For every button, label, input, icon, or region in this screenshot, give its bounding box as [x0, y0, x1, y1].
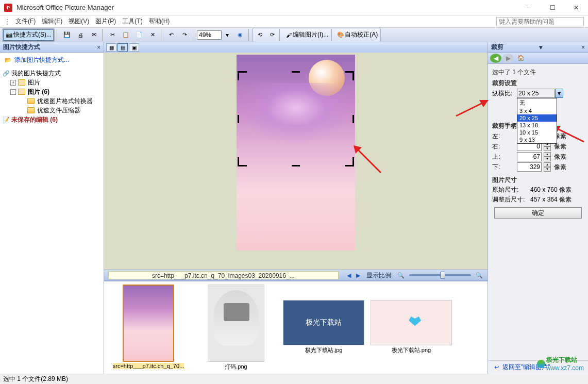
- copy-button[interactable]: 📋: [120, 29, 132, 41]
- back-link-label: 返回至"编辑图片": [502, 363, 550, 372]
- crop-bottom-spinner[interactable]: ▲▼: [544, 162, 551, 172]
- help-button[interactable]: ◉: [234, 29, 246, 41]
- view-single-button[interactable]: ▣: [129, 43, 139, 52]
- collapse-icon[interactable]: −: [10, 89, 16, 95]
- rotate-right-button[interactable]: ⟳: [266, 29, 278, 41]
- crop-handle-bl[interactable]: [238, 157, 247, 166]
- aspect-option[interactable]: 3 x 4: [517, 107, 557, 114]
- nav-home-button[interactable]: 🏠: [515, 53, 527, 64]
- menu-picture[interactable]: 图片(P): [92, 15, 119, 27]
- crop-handle-top[interactable]: [292, 71, 300, 73]
- print-button[interactable]: 🖨: [74, 29, 87, 41]
- toolbar: 📷 快捷方式(S)... 💾 🖨 ✉ ✂ 📋 📄 ✕ ↶ ↷ ▾ ◉ ⟲ ⟳ 🖌…: [0, 28, 588, 42]
- crop-top-spinner[interactable]: ▲▼: [544, 152, 551, 161]
- shortcut-panel-title: 图片快捷方式: [3, 43, 40, 52]
- crop-top-input[interactable]: [517, 152, 542, 161]
- crop-panel-close-button[interactable]: ×: [581, 44, 585, 51]
- tree-root-label: 我的图片快捷方式: [11, 69, 61, 78]
- cut-button[interactable]: ✂: [106, 29, 119, 41]
- zoom-dropdown-button[interactable]: ▾: [222, 29, 233, 41]
- thumbnail-item[interactable]: 打码.png: [195, 285, 277, 371]
- rotate-left-button[interactable]: ⟲: [254, 29, 266, 41]
- tree-unsaved-edits[interactable]: 📝 未保存的编辑 (6): [0, 115, 104, 124]
- chevron-down-icon[interactable]: ▾: [555, 89, 563, 98]
- redo-button[interactable]: ↷: [178, 29, 191, 41]
- view-thumbnails-button[interactable]: ▦: [106, 43, 116, 52]
- expand-icon[interactable]: +: [10, 80, 16, 86]
- zoom-slider-thumb[interactable]: [440, 272, 445, 279]
- image-preview[interactable]: [237, 55, 355, 251]
- menu-help[interactable]: 帮助(H): [146, 15, 173, 27]
- crop-handle-right[interactable]: [352, 115, 354, 123]
- add-shortcut-icon: 📂: [4, 56, 12, 64]
- save-button[interactable]: 💾: [61, 29, 73, 41]
- zoom-in-button[interactable]: 🔍: [475, 271, 483, 279]
- undo-button[interactable]: ↶: [165, 29, 177, 41]
- aspect-ratio-value: 20 x 25: [517, 89, 555, 98]
- zoom-out-button[interactable]: 🔍: [397, 271, 405, 279]
- back-to-edit-link[interactable]: ↩ 返回至"编辑图片": [488, 360, 588, 374]
- close-button[interactable]: ✕: [564, 0, 588, 15]
- image-canvas[interactable]: [104, 53, 488, 270]
- minimize-button[interactable]: ─: [517, 0, 541, 15]
- aspect-option[interactable]: 9 x 13: [517, 136, 557, 143]
- aspect-option[interactable]: 10 x 15: [517, 129, 557, 136]
- menu-file[interactable]: 文件(F): [12, 15, 39, 27]
- help-icon: ◉: [236, 31, 244, 39]
- copy-icon: 📋: [122, 31, 130, 39]
- maximize-button[interactable]: ☐: [541, 0, 564, 15]
- ok-button[interactable]: 确定: [494, 207, 582, 219]
- mail-button[interactable]: ✉: [88, 29, 100, 41]
- crop-handle-bottom[interactable]: [292, 165, 300, 166]
- zoom-input[interactable]: [197, 30, 222, 40]
- tree-node-pictures[interactable]: + 图片: [0, 78, 104, 87]
- aspect-option[interactable]: 20 x 25: [517, 114, 557, 122]
- crop-panel-dropdown[interactable]: ▼: [538, 44, 544, 51]
- help-search-input[interactable]: [496, 17, 584, 26]
- nav-forward-button[interactable]: ▶: [502, 54, 514, 63]
- selection-count: 选中了 1 个文件: [492, 68, 584, 77]
- tree-node-converter[interactable]: 优速图片格式转换器: [0, 96, 104, 106]
- zoom-slider[interactable]: [409, 274, 471, 276]
- aspect-ratio-dropdown[interactable]: 20 x 25 ▾ 无 3 x 4 20 x 25 13 x 18 10 x 1…: [517, 89, 563, 98]
- thumbnail-item[interactable]: src=http___p7.itc.cn_q_70...: [107, 285, 190, 371]
- unsaved-icon: 📝: [2, 115, 10, 124]
- crop-bottom-input[interactable]: [517, 162, 542, 172]
- edit-picture-button[interactable]: 🖌 编辑图片(I)...: [282, 29, 330, 41]
- paste-button[interactable]: 📄: [133, 29, 145, 41]
- menu-tools[interactable]: 工具(T): [119, 15, 145, 27]
- aspect-option[interactable]: 无: [517, 98, 557, 107]
- nav-back-button[interactable]: ◀: [490, 54, 501, 63]
- aspect-option[interactable]: 13 x 18: [517, 122, 557, 129]
- thumbnail-item[interactable]: 极光下载站.png: [370, 285, 452, 371]
- auto-correct-button[interactable]: 🎨 自动校正(A): [334, 29, 380, 41]
- shortcut-panel-close-button[interactable]: ×: [97, 44, 100, 51]
- filmstrip-header: src=http___p7.itc.cn_q_70_images03_20200…: [104, 270, 488, 281]
- tree-node-pictures-6[interactable]: − 图片 (6): [0, 87, 104, 96]
- crop-panel-header: 裁剪 ▼ ×: [488, 42, 588, 53]
- menu-view[interactable]: 视图(V): [65, 15, 92, 27]
- delete-button[interactable]: ✕: [146, 29, 159, 41]
- thumbnail-item[interactable]: 极光下载站 极光下载站.jpg: [282, 285, 365, 371]
- add-shortcut-link[interactable]: 📂 添加图片快捷方式...: [0, 53, 104, 68]
- next-image-button[interactable]: ▶: [354, 271, 362, 279]
- crop-handle-tl[interactable]: [238, 71, 247, 80]
- tree-node-compressor[interactable]: 优速文件压缩器: [0, 106, 104, 115]
- menu-edit[interactable]: 编辑(E): [39, 15, 65, 27]
- auto-correct-label: 自动校正(A): [345, 30, 378, 39]
- shortcut-icon: 📷: [5, 31, 13, 39]
- zoom-control[interactable]: ▾: [197, 29, 233, 41]
- crop-handle-tr[interactable]: [345, 71, 354, 80]
- mail-icon: ✉: [90, 31, 98, 39]
- tree-root[interactable]: 🔗 我的图片快捷方式: [0, 69, 104, 78]
- crop-selection[interactable]: [238, 71, 354, 166]
- folder-icon: [27, 107, 35, 113]
- prev-image-button[interactable]: ◀: [345, 271, 353, 279]
- shortcut-mode-button[interactable]: 📷 快捷方式(S)...: [3, 29, 54, 41]
- window-title: Microsoft Office Picture Manager: [16, 4, 517, 11]
- crop-handle-br[interactable]: [345, 157, 354, 166]
- rotate-right-icon: ⟳: [268, 31, 276, 39]
- save-icon: 💾: [63, 31, 71, 39]
- view-filmstrip-button[interactable]: ▤: [117, 43, 128, 52]
- crop-handle-left[interactable]: [238, 115, 239, 123]
